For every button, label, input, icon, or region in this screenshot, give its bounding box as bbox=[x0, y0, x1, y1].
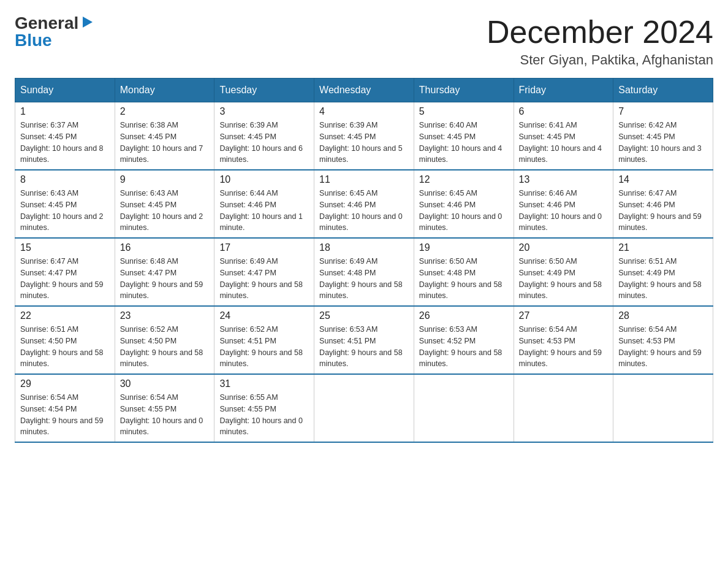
logo-blue: Blue bbox=[15, 32, 52, 49]
day-info: Sunrise: 6:53 AMSunset: 4:52 PMDaylight:… bbox=[419, 324, 509, 370]
day-info: Sunrise: 6:46 AMSunset: 4:46 PMDaylight:… bbox=[519, 188, 609, 234]
day-info: Sunrise: 6:50 AMSunset: 4:49 PMDaylight:… bbox=[519, 256, 609, 302]
day-info: Sunrise: 6:43 AMSunset: 4:45 PMDaylight:… bbox=[20, 188, 110, 234]
location-subtitle: Ster Giyan, Paktika, Afghanistan bbox=[487, 52, 713, 68]
calendar-cell: 23Sunrise: 6:52 AMSunset: 4:50 PMDayligh… bbox=[115, 306, 214, 374]
day-info: Sunrise: 6:38 AMSunset: 4:45 PMDaylight:… bbox=[120, 120, 210, 166]
day-number: 8 bbox=[20, 174, 110, 185]
calendar-cell: 21Sunrise: 6:51 AMSunset: 4:49 PMDayligh… bbox=[613, 238, 713, 306]
calendar-cell: 29Sunrise: 6:54 AMSunset: 4:54 PMDayligh… bbox=[15, 374, 115, 442]
day-info: Sunrise: 6:51 AMSunset: 4:50 PMDaylight:… bbox=[20, 324, 110, 370]
day-info: Sunrise: 6:45 AMSunset: 4:46 PMDaylight:… bbox=[319, 188, 409, 234]
calendar-cell: 19Sunrise: 6:50 AMSunset: 4:48 PMDayligh… bbox=[414, 238, 514, 306]
col-friday: Friday bbox=[514, 79, 613, 102]
calendar-cell bbox=[514, 374, 613, 442]
day-number: 3 bbox=[219, 106, 309, 117]
day-number: 16 bbox=[120, 242, 210, 253]
calendar-cell: 26Sunrise: 6:53 AMSunset: 4:52 PMDayligh… bbox=[414, 306, 514, 374]
day-info: Sunrise: 6:53 AMSunset: 4:51 PMDaylight:… bbox=[319, 324, 409, 370]
day-number: 17 bbox=[219, 242, 309, 253]
day-number: 20 bbox=[519, 242, 609, 253]
col-sunday: Sunday bbox=[15, 79, 115, 102]
calendar-cell: 18Sunrise: 6:49 AMSunset: 4:48 PMDayligh… bbox=[314, 238, 414, 306]
day-number: 26 bbox=[419, 310, 509, 321]
calendar-cell: 20Sunrise: 6:50 AMSunset: 4:49 PMDayligh… bbox=[514, 238, 613, 306]
calendar-header-row: Sunday Monday Tuesday Wednesday Thursday… bbox=[15, 79, 713, 102]
day-info: Sunrise: 6:47 AMSunset: 4:47 PMDaylight:… bbox=[20, 256, 110, 302]
day-info: Sunrise: 6:51 AMSunset: 4:49 PMDaylight:… bbox=[618, 256, 708, 302]
day-number: 25 bbox=[319, 310, 409, 321]
day-info: Sunrise: 6:41 AMSunset: 4:45 PMDaylight:… bbox=[519, 120, 609, 166]
col-monday: Monday bbox=[115, 79, 214, 102]
calendar-cell: 25Sunrise: 6:53 AMSunset: 4:51 PMDayligh… bbox=[314, 306, 414, 374]
day-info: Sunrise: 6:39 AMSunset: 4:45 PMDaylight:… bbox=[219, 120, 309, 166]
day-number: 14 bbox=[618, 174, 708, 185]
day-number: 1 bbox=[20, 106, 110, 117]
day-info: Sunrise: 6:40 AMSunset: 4:45 PMDaylight:… bbox=[419, 120, 509, 166]
day-number: 7 bbox=[618, 106, 708, 117]
calendar-cell: 7Sunrise: 6:42 AMSunset: 4:45 PMDaylight… bbox=[613, 102, 713, 170]
col-wednesday: Wednesday bbox=[314, 79, 414, 102]
day-info: Sunrise: 6:49 AMSunset: 4:47 PMDaylight:… bbox=[219, 256, 309, 302]
day-info: Sunrise: 6:42 AMSunset: 4:45 PMDaylight:… bbox=[618, 120, 708, 166]
day-number: 31 bbox=[219, 378, 309, 389]
day-number: 6 bbox=[519, 106, 609, 117]
day-info: Sunrise: 6:50 AMSunset: 4:48 PMDaylight:… bbox=[419, 256, 509, 302]
calendar-cell: 3Sunrise: 6:39 AMSunset: 4:45 PMDaylight… bbox=[214, 102, 314, 170]
day-number: 11 bbox=[319, 174, 409, 185]
calendar-cell bbox=[613, 374, 713, 442]
page-header: General Blue December 2024 Ster Giyan, P… bbox=[15, 15, 713, 68]
calendar-cell: 28Sunrise: 6:54 AMSunset: 4:53 PMDayligh… bbox=[613, 306, 713, 374]
day-info: Sunrise: 6:54 AMSunset: 4:55 PMDaylight:… bbox=[120, 392, 210, 438]
week-row-1: 1Sunrise: 6:37 AMSunset: 4:45 PMDaylight… bbox=[15, 102, 713, 170]
day-number: 18 bbox=[319, 242, 409, 253]
day-number: 4 bbox=[319, 106, 409, 117]
calendar-cell: 31Sunrise: 6:55 AMSunset: 4:55 PMDayligh… bbox=[214, 374, 314, 442]
calendar-cell: 9Sunrise: 6:43 AMSunset: 4:45 PMDaylight… bbox=[115, 170, 214, 238]
calendar-cell bbox=[314, 374, 414, 442]
day-info: Sunrise: 6:48 AMSunset: 4:47 PMDaylight:… bbox=[120, 256, 210, 302]
calendar-cell: 5Sunrise: 6:40 AMSunset: 4:45 PMDaylight… bbox=[414, 102, 514, 170]
day-number: 10 bbox=[219, 174, 309, 185]
calendar-cell: 12Sunrise: 6:45 AMSunset: 4:46 PMDayligh… bbox=[414, 170, 514, 238]
calendar-cell: 16Sunrise: 6:48 AMSunset: 4:47 PMDayligh… bbox=[115, 238, 214, 306]
day-number: 28 bbox=[618, 310, 708, 321]
day-info: Sunrise: 6:54 AMSunset: 4:53 PMDaylight:… bbox=[618, 324, 708, 370]
week-row-4: 22Sunrise: 6:51 AMSunset: 4:50 PMDayligh… bbox=[15, 306, 713, 374]
week-row-2: 8Sunrise: 6:43 AMSunset: 4:45 PMDaylight… bbox=[15, 170, 713, 238]
col-saturday: Saturday bbox=[613, 79, 713, 102]
title-section: December 2024 Ster Giyan, Paktika, Afgha… bbox=[487, 15, 713, 68]
day-info: Sunrise: 6:44 AMSunset: 4:46 PMDaylight:… bbox=[219, 188, 309, 234]
day-number: 12 bbox=[419, 174, 509, 185]
col-tuesday: Tuesday bbox=[214, 79, 314, 102]
day-number: 21 bbox=[618, 242, 708, 253]
day-info: Sunrise: 6:43 AMSunset: 4:45 PMDaylight:… bbox=[120, 188, 210, 234]
month-title: December 2024 bbox=[487, 15, 713, 50]
calendar-cell: 4Sunrise: 6:39 AMSunset: 4:45 PMDaylight… bbox=[314, 102, 414, 170]
day-number: 15 bbox=[20, 242, 110, 253]
col-thursday: Thursday bbox=[414, 79, 514, 102]
logo-triangle-icon bbox=[80, 15, 94, 29]
calendar-cell: 10Sunrise: 6:44 AMSunset: 4:46 PMDayligh… bbox=[214, 170, 314, 238]
calendar-cell: 8Sunrise: 6:43 AMSunset: 4:45 PMDaylight… bbox=[15, 170, 115, 238]
day-info: Sunrise: 6:54 AMSunset: 4:53 PMDaylight:… bbox=[519, 324, 609, 370]
day-number: 23 bbox=[120, 310, 210, 321]
day-info: Sunrise: 6:52 AMSunset: 4:50 PMDaylight:… bbox=[120, 324, 210, 370]
day-number: 19 bbox=[419, 242, 509, 253]
day-number: 2 bbox=[120, 106, 210, 117]
calendar-cell: 24Sunrise: 6:52 AMSunset: 4:51 PMDayligh… bbox=[214, 306, 314, 374]
day-number: 9 bbox=[120, 174, 210, 185]
calendar-cell: 11Sunrise: 6:45 AMSunset: 4:46 PMDayligh… bbox=[314, 170, 414, 238]
calendar-cell: 1Sunrise: 6:37 AMSunset: 4:45 PMDaylight… bbox=[15, 102, 115, 170]
day-info: Sunrise: 6:47 AMSunset: 4:46 PMDaylight:… bbox=[618, 188, 708, 234]
day-info: Sunrise: 6:37 AMSunset: 4:45 PMDaylight:… bbox=[20, 120, 110, 166]
calendar-cell: 6Sunrise: 6:41 AMSunset: 4:45 PMDaylight… bbox=[514, 102, 613, 170]
logo: General Blue bbox=[15, 15, 94, 49]
day-number: 27 bbox=[519, 310, 609, 321]
calendar-cell: 22Sunrise: 6:51 AMSunset: 4:50 PMDayligh… bbox=[15, 306, 115, 374]
calendar-cell bbox=[414, 374, 514, 442]
day-number: 30 bbox=[120, 378, 210, 389]
day-info: Sunrise: 6:54 AMSunset: 4:54 PMDaylight:… bbox=[20, 392, 110, 438]
calendar-cell: 27Sunrise: 6:54 AMSunset: 4:53 PMDayligh… bbox=[514, 306, 613, 374]
day-info: Sunrise: 6:45 AMSunset: 4:46 PMDaylight:… bbox=[419, 188, 509, 234]
